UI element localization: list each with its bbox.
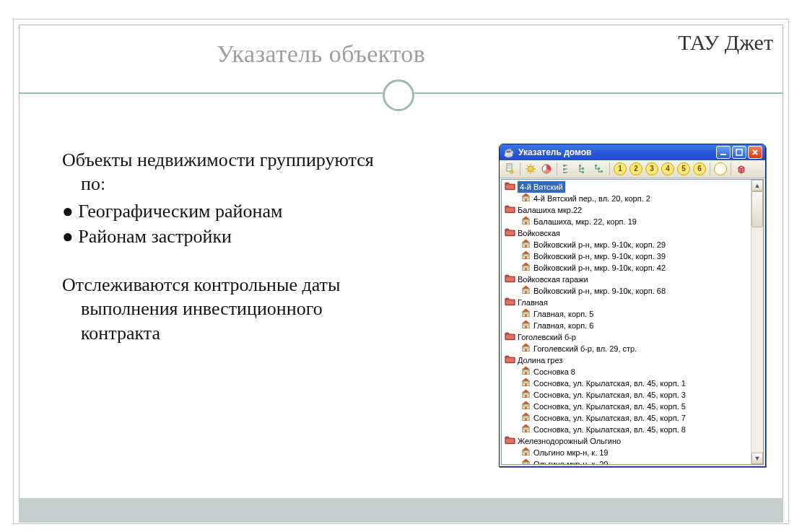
tree-item[interactable]: Сосновка 8 <box>505 366 750 378</box>
divider-circle <box>383 79 414 111</box>
svg-rect-11 <box>563 172 565 173</box>
status-6-button[interactable]: 6 <box>692 162 707 176</box>
svg-rect-12 <box>579 165 581 167</box>
tree2-icon[interactable] <box>576 162 590 176</box>
svg-rect-52 <box>523 289 525 291</box>
tree-folder[interactable]: Балашиха мкр.22 <box>505 204 750 216</box>
brand-label: ТАУ Джет <box>678 30 773 55</box>
tree-item[interactable]: Ольгино мкр-н, к. 20 <box>505 458 750 464</box>
sun-icon[interactable] <box>523 162 538 176</box>
tree-item[interactable]: Сосновка, ул. Крылатская, вл. 45, корп. … <box>505 378 750 389</box>
tree-item-label: Балашиха мкр.22 <box>518 204 582 216</box>
tree-item[interactable]: Войковский р-н, мкр. 9-10к, корп. 29 <box>505 239 750 250</box>
tree3-icon[interactable] <box>592 162 606 176</box>
svg-rect-81 <box>527 382 528 383</box>
blank-circle-icon[interactable] <box>713 162 728 176</box>
tree-item[interactable]: Балашиха, мкр. 22, корп. 19 <box>505 216 750 227</box>
window-buttons <box>716 146 762 159</box>
body-text: Объекты недвижимости группируются по: ● … <box>62 148 466 345</box>
tree-folder[interactable]: Войковская гаражи <box>505 274 750 285</box>
tree-item[interactable]: Сосновка, ул. Крылатская, вл. 45, корп. … <box>505 401 750 412</box>
svg-rect-71 <box>506 358 514 362</box>
tree-folder[interactable]: Долина грез <box>505 354 750 366</box>
tree-item-label: Гоголевский б-р <box>518 331 576 343</box>
svg-rect-62 <box>526 326 527 328</box>
svg-marker-55 <box>522 308 530 312</box>
svg-marker-66 <box>522 343 530 346</box>
svg-rect-57 <box>526 314 527 317</box>
tree-item[interactable]: Главная, корп. 5 <box>505 308 750 320</box>
tree-item-label: Сосновка, ул. Крылатская, вл. 45, корп. … <box>533 412 686 424</box>
tree-folder[interactable]: Железнодорожный Ольгино <box>505 435 750 447</box>
tree-folder[interactable]: 4-й Вятский <box>505 181 750 193</box>
close-button[interactable] <box>748 146 762 159</box>
java-icon: ☕ <box>504 147 514 157</box>
svg-rect-79 <box>526 383 527 386</box>
svg-rect-90 <box>523 405 525 406</box>
svg-marker-27 <box>522 216 530 219</box>
tree-item[interactable]: Сосновка, ул. Крылатская, вл. 45, корп. … <box>505 412 750 424</box>
tree-item[interactable]: Сосновка, ул. Крылатская, вл. 45, корп. … <box>505 424 750 435</box>
status-2-button[interactable]: 2 <box>629 162 643 176</box>
tree-item-label: Войковский р-н, мкр. 9-10к, корп. 42 <box>533 262 666 274</box>
tree-pane: 4-й Вятский4-й Вятский пер., вл. 20, кор… <box>501 179 764 465</box>
status-1-button[interactable]: 1 <box>613 162 627 176</box>
para1-line1: Объекты недвижимости группируются <box>62 148 466 172</box>
pie-icon[interactable] <box>539 162 554 176</box>
bullet-1: ● Географическим районам <box>62 199 466 223</box>
svg-rect-75 <box>523 370 525 372</box>
status-3-button[interactable]: 3 <box>645 162 659 176</box>
svg-rect-106 <box>523 451 525 453</box>
vertical-scrollbar[interactable]: ▲ ▼ <box>751 180 763 464</box>
tree-item[interactable]: Сосновка, ул. Крылатская, вл. 45, корп. … <box>505 389 750 401</box>
svg-marker-49 <box>522 285 530 289</box>
tree-folder[interactable]: Войковская <box>505 227 750 239</box>
tree-item[interactable]: Ольгино мкр-н, к. 19 <box>505 447 750 458</box>
tree-item[interactable]: Гоголевский б-р, вл. 29, стр. <box>505 343 750 354</box>
scroll-down-button[interactable]: ▼ <box>751 453 763 464</box>
svg-rect-69 <box>523 347 525 349</box>
slide: Указатель объектов ТАУ Джет Объекты недв… <box>0 0 802 532</box>
svg-rect-46 <box>523 266 525 268</box>
tree1-icon[interactable] <box>560 162 575 176</box>
tree-item[interactable]: Войковский р-н, мкр. 9-10к, корп. 42 <box>505 262 750 274</box>
svg-point-6 <box>510 170 513 173</box>
svg-marker-38 <box>522 250 530 254</box>
bullet-2: ● Районам застройки <box>62 224 466 248</box>
cube-icon[interactable] <box>734 162 749 176</box>
svg-rect-32 <box>506 231 514 235</box>
window-titlebar[interactable]: ☕ Указатель домов <box>500 144 765 160</box>
toolbar-separator <box>731 162 731 175</box>
scroll-thumb[interactable] <box>751 191 763 227</box>
svg-rect-35 <box>526 245 527 248</box>
status-5-button[interactable]: 5 <box>676 162 691 176</box>
tree-item[interactable]: Войковский р-н, мкр. 9-10к, корп. 68 <box>505 285 750 297</box>
scroll-up-button[interactable]: ▲ <box>751 180 763 191</box>
svg-rect-54 <box>506 300 514 305</box>
toolbar-separator <box>520 162 520 175</box>
tree-folder[interactable]: Гоголевский б-р <box>505 331 750 343</box>
tree-item-label: Гоголевский б-р, вл. 29, стр. <box>533 343 637 354</box>
tree-item[interactable]: 4-й Вятский пер., вл. 20, корп. 2 <box>505 193 750 204</box>
para2-line2: выполнения инвестиционного <box>62 297 466 320</box>
svg-rect-9 <box>563 165 565 167</box>
svg-rect-91 <box>527 405 528 406</box>
maximize-button[interactable] <box>732 146 746 159</box>
svg-marker-72 <box>522 366 530 370</box>
svg-rect-63 <box>523 324 525 326</box>
tree-folder[interactable]: Главная <box>505 297 750 308</box>
status-4-button[interactable]: 4 <box>661 162 675 176</box>
svg-rect-4 <box>507 167 511 167</box>
house-icon <box>520 284 533 297</box>
minimize-button[interactable] <box>716 146 731 159</box>
doc-icon[interactable] <box>502 162 517 176</box>
house-icon <box>520 458 533 464</box>
svg-rect-13 <box>582 167 584 170</box>
tree-item[interactable]: Войковский р-н, мкр. 9-10к, корп. 39 <box>505 250 750 262</box>
tree-item-label: Главная, корп. 6 <box>533 320 593 331</box>
svg-rect-23 <box>526 199 527 201</box>
tree[interactable]: 4-й Вятский4-й Вятский пер., вл. 20, кор… <box>502 180 751 464</box>
folder-icon <box>505 296 518 309</box>
tree-item[interactable]: Главная, корп. 6 <box>505 320 750 331</box>
tree-item-label: Сосновка 8 <box>533 366 575 378</box>
